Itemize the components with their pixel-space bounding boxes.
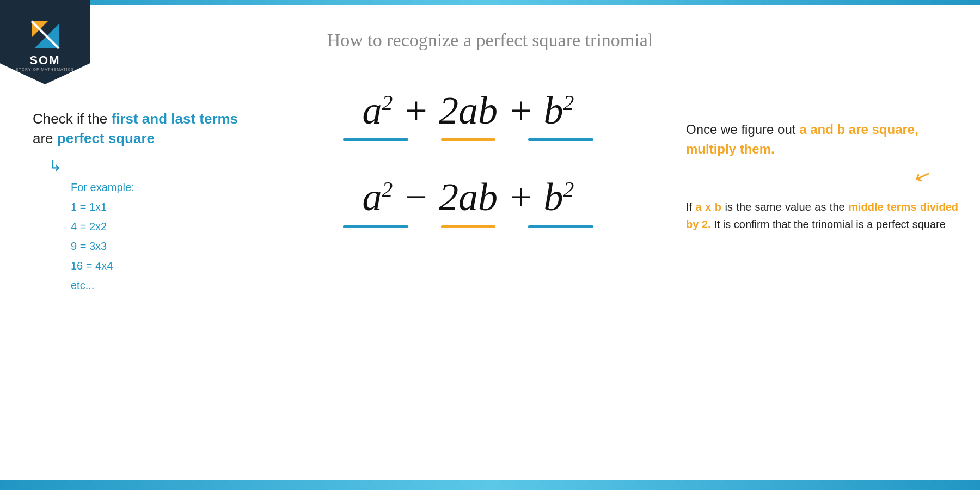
if-text-1: If <box>686 201 696 213</box>
underline-b2-blue <box>528 138 593 141</box>
formula-2-display: a2 − 2ab + b2 <box>229 174 708 220</box>
once-prefix: Once we figure out <box>686 122 799 137</box>
arrow-orange: ↙ <box>911 162 935 189</box>
once-text: Once we figure out a and b are square, m… <box>686 120 958 159</box>
formula-1-display: a2 + 2ab + b2 <box>229 87 708 134</box>
underline2-2ab-orange <box>441 225 495 228</box>
center-formulas: a2 + 2ab + b2 a2 − 2ab + b2 <box>229 87 708 228</box>
if-text-3: It is confirm that the trinomial is a pe… <box>711 218 946 230</box>
check-text-prefix: Check if the <box>33 111 112 127</box>
right-panel: Once we figure out a and b are square, m… <box>686 120 958 233</box>
underline-a2-blue <box>343 138 408 141</box>
arrow-curve: ↳ <box>49 157 240 175</box>
example-1: 1 = 1x1 <box>71 197 240 217</box>
main-title: How to recognize a perfect square trinom… <box>0 30 980 51</box>
formula-1-underlines <box>229 138 708 141</box>
example-5: etc... <box>71 275 240 295</box>
logo-text: SOM <box>29 53 60 68</box>
top-stripe <box>0 0 980 5</box>
example-3: 9 = 3x3 <box>71 236 240 256</box>
formula-2-underlines <box>229 225 708 228</box>
if-highlight-axb: a x b <box>696 201 721 213</box>
formula-block-1: a2 + 2ab + b2 <box>229 87 708 141</box>
for-example-label: For example: <box>71 177 240 197</box>
check-highlight2: perfect square <box>57 130 155 146</box>
example-block: For example: 1 = 1x1 4 = 2x2 9 = 3x3 16 … <box>71 177 240 295</box>
example-4: 16 = 4x4 <box>71 256 240 275</box>
bottom-stripe <box>0 480 980 490</box>
underline2-b2-blue <box>528 225 593 228</box>
underline-2ab-orange <box>441 138 495 141</box>
check-highlight: first and last terms <box>112 111 238 127</box>
formula-block-2: a2 − 2ab + b2 <box>229 174 708 228</box>
if-text: If a x b is the same value as the middle… <box>686 198 958 233</box>
check-text: Check if the first and last terms are pe… <box>33 109 240 149</box>
if-text-2: is the same value as the <box>721 201 848 213</box>
logo-subtitle: STORY OF MATHEMATICS <box>16 68 74 71</box>
check-text-are: are <box>33 130 57 146</box>
example-2: 4 = 2x2 <box>71 217 240 236</box>
underline2-a2-blue <box>343 225 408 228</box>
left-panel: Check if the first and last terms are pe… <box>33 109 240 295</box>
